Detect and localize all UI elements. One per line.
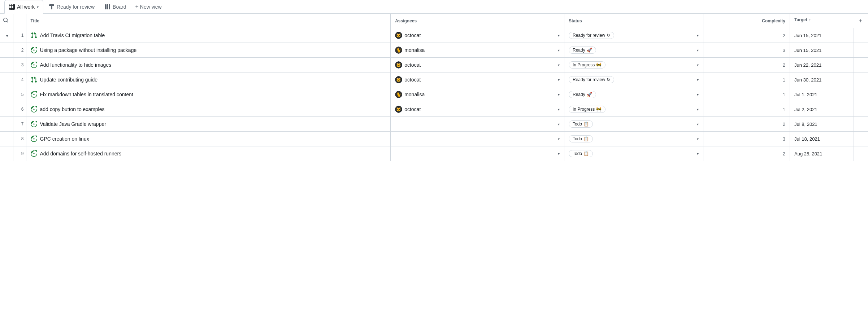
status-dropdown-icon[interactable]: ▾ — [697, 137, 699, 141]
expand-arrow-icon[interactable]: ▼ — [5, 34, 9, 38]
table-row: ▼1 Add Travis CI migration table 🐱 octoc… — [0, 28, 868, 43]
search-header[interactable] — [0, 14, 13, 28]
row-title-text[interactable]: add copy button to examples — [40, 106, 105, 112]
new-view-button[interactable]: + New view — [131, 1, 165, 13]
row-title-text[interactable]: Add functionality to hide images — [40, 62, 112, 68]
status-badge: In Progress 🚧 — [569, 61, 606, 69]
assignee-dropdown-icon[interactable]: ▾ — [558, 93, 560, 97]
tab-dropdown-icon[interactable]: ▾ — [37, 5, 39, 9]
assignee-dropdown-icon[interactable]: ▾ — [558, 48, 560, 52]
status-dropdown-icon[interactable]: ▾ — [697, 107, 699, 111]
row-complexity-cell: 1 — [703, 87, 790, 102]
status-dropdown-icon[interactable]: ▾ — [697, 78, 699, 82]
svg-text:🐱: 🐱 — [396, 62, 401, 67]
avatar: 🐈 — [395, 91, 402, 98]
tab-board[interactable]: Board — [100, 0, 131, 13]
assignee-dropdown-icon[interactable]: ▾ — [558, 63, 560, 67]
row-status-cell: Ready for review ↻▾ — [564, 28, 703, 43]
title-header-label: Title — [31, 18, 39, 23]
status-text: Ready for review — [573, 77, 605, 82]
row-title-text[interactable]: Using a package without installing packa… — [40, 47, 137, 53]
status-dropdown-icon[interactable]: ▾ — [697, 63, 699, 67]
svg-text:🐱: 🐱 — [396, 33, 401, 38]
status-text: Todo — [573, 122, 582, 127]
row-status-cell: Ready for review ↻▾ — [564, 72, 703, 87]
row-expand-cell — [0, 117, 13, 132]
assignee-name: octocat — [404, 77, 421, 83]
assignee-dropdown-empty-icon[interactable]: ▾ — [558, 122, 560, 126]
filter-icon — [49, 4, 55, 10]
row-status-cell: Todo 📋▾ — [564, 146, 703, 161]
sort-asc-icon[interactable]: ↑ — [809, 17, 811, 22]
row-target-cell: Jun 15, 2021 — [790, 28, 854, 43]
row-status-cell: Todo 📋▾ — [564, 132, 703, 146]
assignee-name: octocat — [404, 62, 421, 68]
assignee-dropdown-icon[interactable]: ▾ — [558, 78, 560, 82]
avatar: 🐱 — [395, 76, 402, 83]
row-title-cell: Add domains for self-hosted runners — [26, 146, 391, 161]
assignee-name: octocat — [404, 106, 421, 112]
assignee-dropdown-empty-icon[interactable]: ▾ — [558, 152, 560, 156]
row-number: 3 — [13, 58, 26, 72]
row-status-cell: Todo 📋▾ — [564, 117, 703, 132]
row-title-text[interactable]: Add domains for self-hosted runners — [40, 151, 122, 157]
row-title-cell: Fix markdown tables in translated conten… — [26, 87, 391, 102]
row-extra-cell — [854, 43, 868, 58]
status-emoji: ↻ — [607, 33, 610, 38]
status-text: Todo — [573, 136, 582, 141]
row-title-text[interactable]: Add Travis CI migration table — [40, 32, 105, 38]
row-assignees-cell: 🐱 octocat▾ — [391, 72, 564, 87]
add-column-button[interactable]: + — [854, 14, 868, 28]
pr-icon — [31, 76, 37, 83]
status-header: Status — [564, 14, 703, 28]
search-icon[interactable] — [3, 19, 9, 24]
row-number: 2 — [13, 43, 26, 58]
complexity-header: Complexity — [703, 14, 790, 28]
status-badge: Todo 📋 — [569, 120, 593, 128]
tab-all-work[interactable]: All work ▾ — [4, 0, 43, 14]
table-row: 2 Using a package without installing pac… — [0, 43, 868, 58]
row-title-text[interactable]: Update contributing guide — [40, 77, 98, 83]
assignee-dropdown-empty-icon[interactable]: ▾ — [558, 137, 560, 141]
row-extra-cell — [854, 102, 868, 117]
status-dropdown-icon[interactable]: ▾ — [697, 34, 699, 38]
row-extra-cell — [854, 117, 868, 132]
assignees-header-label: Assignees — [395, 18, 417, 23]
status-emoji: 🚧 — [596, 62, 602, 67]
row-extra-cell — [854, 132, 868, 146]
tab-ready-label: Ready for review — [57, 4, 95, 10]
table-row: 9 Add domains for self-hosted runners▾To… — [0, 146, 868, 161]
assignees-header: Assignees — [391, 14, 564, 28]
status-badge: Todo 📋 — [569, 150, 593, 157]
tab-bar: All work ▾ Ready for review Board + — [0, 0, 868, 14]
row-title-text[interactable]: Fix markdown tables in translated conten… — [40, 92, 133, 97]
status-emoji: 🚀 — [587, 92, 592, 97]
status-badge: Todo 📋 — [569, 135, 593, 142]
row-status-cell: Ready 🚀▾ — [564, 43, 703, 58]
row-assignees-cell: ▾ — [391, 146, 564, 161]
status-emoji: 🚀 — [587, 48, 592, 53]
svg-text:🐈: 🐈 — [396, 92, 401, 97]
row-assignees-cell: 🐱 octocat▾ — [391, 58, 564, 72]
status-text: Ready — [573, 48, 585, 53]
status-dropdown-icon[interactable]: ▾ — [697, 48, 699, 52]
status-dropdown-icon[interactable]: ▾ — [697, 152, 699, 156]
status-dropdown-icon[interactable]: ▾ — [697, 122, 699, 126]
row-extra-cell — [854, 146, 868, 161]
target-header: Target ↑ — [790, 14, 799, 26]
assignee-dropdown-icon[interactable]: ▾ — [558, 34, 560, 38]
assignee-dropdown-icon[interactable]: ▾ — [558, 107, 560, 111]
row-target-cell: Jul 8, 2021 — [790, 117, 854, 132]
row-title-text[interactable]: GPC creation on linux — [40, 136, 89, 142]
assignee-name: monalisa — [404, 47, 425, 53]
status-badge: Ready 🚀 — [569, 91, 596, 98]
row-title-cell: Add functionality to hide images — [26, 58, 391, 72]
row-title-text[interactable]: Validate Java Gradle wrapper — [40, 121, 106, 127]
status-dropdown-icon[interactable]: ▾ — [697, 93, 699, 97]
new-view-label: New view — [140, 4, 162, 10]
row-title-cell: Add Travis CI migration table — [26, 28, 391, 43]
tab-ready-for-review[interactable]: Ready for review — [44, 0, 99, 13]
row-complexity-cell: 3 — [703, 43, 790, 58]
issue-icon — [31, 91, 37, 98]
issues-table: Title Assignees Status Complexity Target… — [0, 14, 868, 161]
